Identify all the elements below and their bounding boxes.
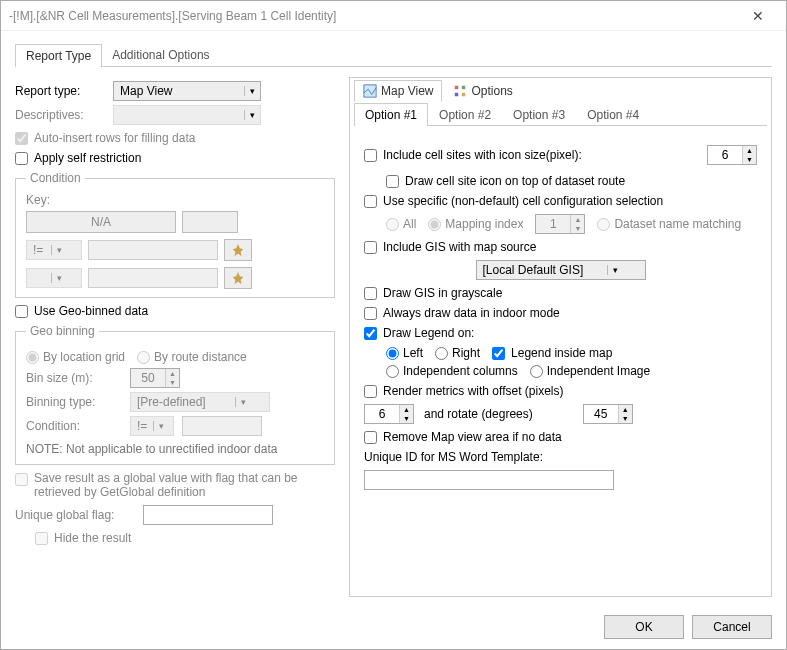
pin-icon	[231, 243, 245, 257]
use-geo-binned-checkbox[interactable]: Use Geo-binned data	[15, 304, 335, 318]
condition-group: Condition Key: N/A !=▾ ▾	[15, 171, 335, 298]
pin1-button	[224, 239, 252, 261]
descriptives-select: ▾	[113, 105, 261, 125]
tab-map-view[interactable]: Map View	[354, 80, 442, 102]
geo-cond-val-input	[182, 416, 262, 436]
bin-size-label: Bin size (m):	[26, 371, 122, 385]
geo-cond-op-select: !=▾	[130, 416, 174, 436]
ok-button[interactable]: OK	[604, 615, 684, 639]
map-icon	[363, 84, 377, 98]
gis-source-select[interactable]: [Local Default GIS]▾	[476, 260, 646, 280]
save-global-checkbox: Save result as a global value with flag …	[15, 471, 335, 499]
cond-val1-input	[88, 240, 218, 260]
condition-legend: Condition	[26, 171, 85, 185]
close-icon[interactable]: ✕	[738, 8, 778, 24]
offset-spinner[interactable]: ▲▼	[364, 404, 414, 424]
legend-inside-checkbox[interactable]: Legend inside map	[492, 346, 612, 360]
svg-rect-4	[462, 93, 466, 97]
svg-rect-1	[455, 86, 459, 90]
use-specific-config-checkbox[interactable]: Use specific (non-default) cell configur…	[364, 194, 757, 208]
mapping-index-spinner: ▲▼	[535, 214, 585, 234]
tab-option-3[interactable]: Option #3	[502, 103, 576, 126]
include-gis-checkbox[interactable]: Include GIS with map source	[364, 240, 757, 254]
options-icon	[453, 84, 467, 98]
by-location-grid-radio: By location grid	[26, 350, 125, 364]
legend-indep-cols-radio[interactable]: Independent columns	[386, 364, 518, 378]
draw-cell-icon-checkbox[interactable]: Draw cell site icon on top of dataset ro…	[386, 174, 757, 188]
pin-icon	[231, 271, 245, 285]
report-type-select[interactable]: Map View▾	[113, 81, 261, 101]
legend-indep-img-radio[interactable]: Independent Image	[530, 364, 650, 378]
cfg-dataset-radio: Dataset name matching	[597, 217, 741, 231]
tab-report-type[interactable]: Report Type	[15, 44, 102, 67]
auto-insert-checkbox: Auto-insert rows for filling data	[15, 131, 335, 145]
draw-legend-checkbox[interactable]: Draw Legend on:	[364, 326, 757, 340]
geo-binning-group: Geo binning By location grid By route di…	[15, 324, 335, 465]
unique-flag-input[interactable]	[143, 505, 273, 525]
legend-right-radio[interactable]: Right	[435, 346, 480, 360]
cond-op1-select: !=▾	[26, 240, 82, 260]
tab-option-4[interactable]: Option #4	[576, 103, 650, 126]
geo-condition-label: Condition:	[26, 419, 122, 433]
descriptives-label: Descriptives:	[15, 108, 105, 122]
tab-option-2[interactable]: Option #2	[428, 103, 502, 126]
rotate-spinner[interactable]: ▲▼	[583, 404, 633, 424]
geo-binning-legend: Geo binning	[26, 324, 99, 338]
pin2-button	[224, 267, 252, 289]
key-button: N/A	[26, 211, 176, 233]
draw-grayscale-checkbox[interactable]: Draw GIS in grayscale	[364, 286, 757, 300]
tab-options[interactable]: Options	[444, 80, 521, 102]
icon-size-spinner[interactable]: ▲▼	[707, 145, 757, 165]
unique-id-input[interactable]	[364, 470, 614, 490]
binning-type-label: Binning type:	[26, 395, 122, 409]
unique-id-label: Unique ID for MS Word Template:	[364, 450, 757, 464]
cfg-mapping-radio: Mapping index	[428, 217, 523, 231]
include-cell-sites-checkbox[interactable]: Include cell sites with icon size(pixel)…	[364, 148, 582, 162]
cancel-button[interactable]: Cancel	[692, 615, 772, 639]
remove-map-checkbox[interactable]: Remove Map view area if no data	[364, 430, 757, 444]
unique-flag-label: Unique global flag:	[15, 508, 135, 522]
binning-type-select: [Pre-defined]▾	[130, 392, 270, 412]
key-label: Key:	[26, 193, 324, 207]
tab-additional-options[interactable]: Additional Options	[102, 44, 219, 67]
rotate-label: and rotate (degrees)	[424, 407, 533, 421]
always-indoor-checkbox[interactable]: Always draw data in indoor mode	[364, 306, 757, 320]
apply-self-restriction-checkbox[interactable]: Apply self restriction	[15, 151, 335, 165]
cond-op2-select: ▾	[26, 268, 82, 288]
render-offset-checkbox[interactable]: Render metrics with offset (pixels)	[364, 384, 757, 398]
window-title: -[!M].[&NR Cell Measurements].[Serving B…	[9, 9, 738, 23]
cfg-all-radio: All	[386, 217, 416, 231]
main-tabstrip: Report Type Additional Options	[15, 43, 772, 67]
tab-option-1[interactable]: Option #1	[354, 103, 428, 126]
by-route-distance-radio: By route distance	[137, 350, 247, 364]
geo-note: NOTE: Not applicable to unrectified indo…	[26, 442, 324, 456]
bin-size-spinner: ▲▼	[130, 368, 180, 388]
cond-val2-input	[88, 268, 218, 288]
legend-left-radio[interactable]: Left	[386, 346, 423, 360]
key-aux-button	[182, 211, 238, 233]
report-type-label: Report type:	[15, 84, 105, 98]
hide-result-checkbox: Hide the result	[35, 531, 335, 545]
svg-rect-2	[462, 86, 466, 90]
svg-rect-3	[455, 93, 459, 97]
